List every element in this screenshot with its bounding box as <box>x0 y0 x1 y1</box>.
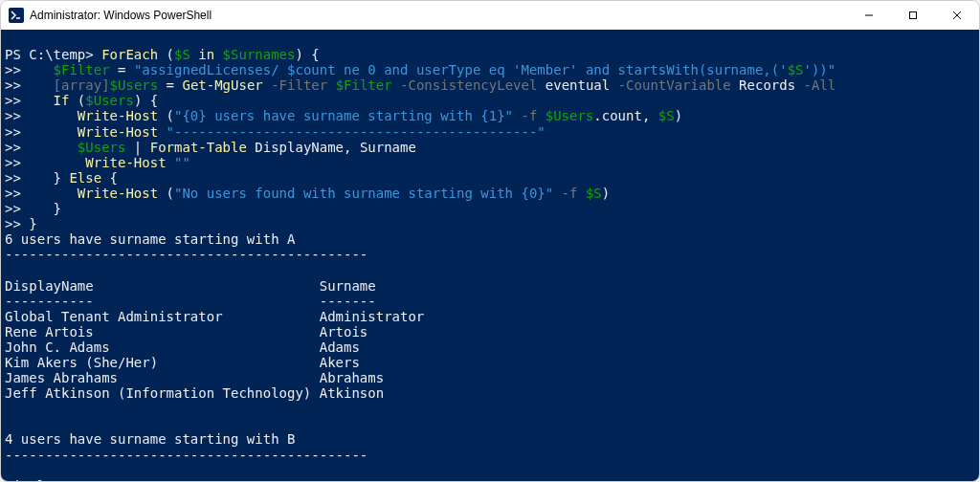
code-line: >> $Users | Format-Table DisplayName, Su… <box>5 140 416 155</box>
svg-rect-2 <box>910 12 917 19</box>
table-row: John C. Adams Adams <box>5 340 360 355</box>
code-line: >> $Filter = "assignedLicenses/ $count n… <box>5 62 835 77</box>
code-line: >> } <box>5 201 61 216</box>
table-row: Kim Akers (She/Her) Akers <box>5 355 360 370</box>
table-header: DisplayName Surname <box>5 278 376 294</box>
code-line: >> Write-Host "" <box>5 155 190 170</box>
minimize-button[interactable] <box>847 1 891 30</box>
code-line: >> Write-Host "-------------------------… <box>5 124 546 140</box>
code-line: >> } <box>5 216 37 231</box>
close-button[interactable] <box>935 1 979 30</box>
powershell-icon <box>9 8 24 23</box>
code-line: >> } Else { <box>5 170 118 186</box>
table-row: Jeff Atkinson (Information Technology) A… <box>5 385 384 401</box>
code-line: >> If ($Users) { <box>5 93 158 108</box>
window-controls <box>847 1 979 30</box>
code-line: >> Write-Host ("No users found with surn… <box>5 186 610 201</box>
table-row: Rene Artois Artois <box>5 324 368 340</box>
window-title: Administrator: Windows PowerShell <box>30 9 847 22</box>
code-line: >> [array]$Users = Get-MgUser -Filter $F… <box>5 77 835 93</box>
table-separator: ----------- ------- <box>5 294 376 309</box>
table-row: James Abrahams Abrahams <box>5 370 384 385</box>
table-header: DisplayName Surname <box>5 478 174 481</box>
code-line: PS C:\temp> ForEach ($S in $Surnames) { <box>5 47 320 62</box>
powershell-window: Administrator: Windows PowerShell PS C:\… <box>0 0 980 482</box>
titlebar[interactable]: Administrator: Windows PowerShell <box>1 1 979 30</box>
output-heading-a: 6 users have surname starting with A <box>5 231 295 247</box>
output-divider: ----------------------------------------… <box>5 247 368 262</box>
output-heading-b: 4 users have surname starting with B <box>5 431 295 447</box>
terminal-content[interactable]: PS C:\temp> ForEach ($S in $Surnames) { … <box>1 30 979 481</box>
table-row: Global Tenant Administrator Administrato… <box>5 309 424 324</box>
output-divider: ----------------------------------------… <box>5 448 368 463</box>
code-line: >> Write-Host ("{0} users have surname s… <box>5 108 682 123</box>
maximize-button[interactable] <box>891 1 935 30</box>
